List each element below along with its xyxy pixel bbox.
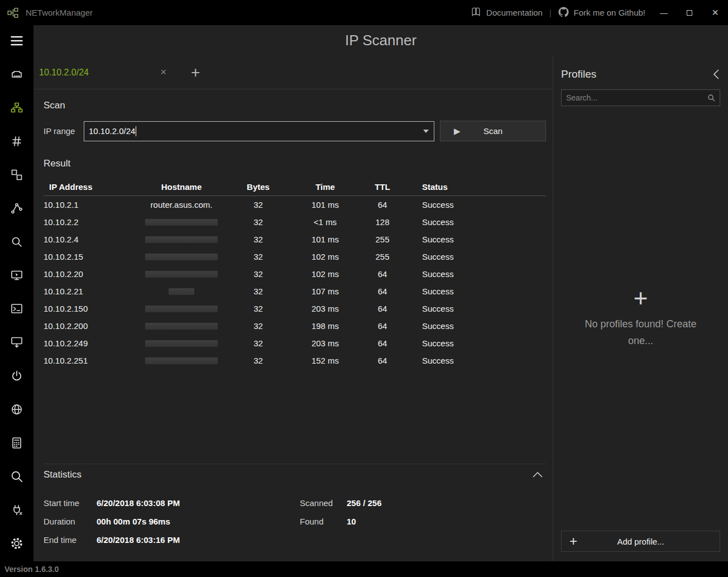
cell-hostname: router.asus.com. <box>134 200 229 209</box>
table-row[interactable]: 10.10.2.200 32 198 ms 64 Success <box>44 317 546 335</box>
redacted-hostname <box>145 254 218 260</box>
ip-range-value: 10.10.2.0/24 <box>89 126 135 136</box>
network-interface-icon <box>10 68 23 83</box>
sidebar-item-ping[interactable] <box>0 159 33 193</box>
documentation-label: Documentation <box>486 8 543 17</box>
column-header-status[interactable]: Status <box>402 182 546 192</box>
cell-hostname <box>134 306 229 312</box>
table-row[interactable]: 10.10.2.15 32 102 ms 255 Success <box>44 248 546 265</box>
plus-icon: + <box>561 286 720 311</box>
dropdown-arrow-icon[interactable] <box>423 130 429 133</box>
cell-status: Success <box>402 304 546 313</box>
scan-button[interactable]: ▶ Scan <box>440 121 546 141</box>
search-icon[interactable] <box>707 93 716 102</box>
table-row[interactable]: 10.10.2.20 32 102 ms 64 Success <box>44 265 546 283</box>
cell-ttl: 64 <box>363 304 402 313</box>
cell-status: Success <box>402 252 546 261</box>
cell-time: 101 ms <box>288 200 363 209</box>
profiles-title: Profiles <box>561 68 596 80</box>
redacted-hostname <box>145 271 218 278</box>
chevron-up-icon[interactable] <box>533 472 543 478</box>
column-header-ip[interactable]: IP Address <box>44 182 134 192</box>
titlebar-divider: | <box>549 8 552 17</box>
cell-time: 102 ms <box>288 269 363 279</box>
redacted-hostname <box>145 306 218 312</box>
scan-section-title: Scan <box>44 100 546 111</box>
chevron-left-icon[interactable] <box>712 68 720 80</box>
documentation-icon <box>471 7 481 19</box>
cell-status: Success <box>402 200 546 209</box>
cell-status: Success <box>402 356 546 365</box>
column-header-hostname[interactable]: Hostname <box>134 182 229 192</box>
profiles-empty-message: No profiles found! Create one... <box>571 316 711 349</box>
cell-status: Success <box>402 287 546 296</box>
cell-time: 107 ms <box>288 287 363 296</box>
cell-ip: 10.10.2.150 <box>44 304 134 313</box>
documentation-link[interactable]: Documentation <box>465 0 548 25</box>
sidebar-item-wake-on-lan[interactable] <box>0 360 33 394</box>
table-row[interactable]: 10.10.2.2 32 <1 ms 128 Success <box>44 213 546 231</box>
add-profile-label: Add profile... <box>617 537 664 546</box>
sidebar-item-ip-scanner[interactable] <box>0 92 33 126</box>
sidebar-item-snmp[interactable] <box>0 327 33 360</box>
cell-ip: 10.10.2.4 <box>44 235 134 244</box>
sidebar-item-remote-desktop[interactable] <box>0 260 33 293</box>
cell-bytes: 32 <box>229 217 288 227</box>
close-button[interactable]: × <box>702 0 728 25</box>
column-header-time[interactable]: Time <box>288 182 363 192</box>
dns-lookup-icon <box>10 235 23 251</box>
cell-bytes: 32 <box>229 200 288 209</box>
table-row[interactable]: 10.10.2.251 32 152 ms 64 Success <box>44 352 546 369</box>
table-row[interactable]: 10.10.2.4 32 101 ms 255 Success <box>44 231 546 248</box>
sidebar-item-port-scanner[interactable] <box>0 126 33 159</box>
column-header-ttl[interactable]: TTL <box>363 182 402 192</box>
tab-ip-range[interactable]: 10.10.2.0/24 × <box>33 56 173 89</box>
menu-button[interactable] <box>0 25 33 59</box>
cell-hostname <box>134 236 229 243</box>
table-row[interactable]: 10.10.2.150 32 203 ms 64 Success <box>44 300 546 317</box>
table-row[interactable]: 10.10.2.21 32 107 ms 64 Success <box>44 283 546 300</box>
cell-time: 152 ms <box>288 356 363 365</box>
sidebar-item-http-headers[interactable] <box>0 394 33 427</box>
cell-time: 198 ms <box>288 321 363 331</box>
sidebar-item-traceroute[interactable] <box>0 193 33 226</box>
minimize-icon: — <box>660 8 668 17</box>
stat-found: Found 10 <box>300 512 382 531</box>
sidebar-item-settings[interactable] <box>0 528 33 561</box>
ip-range-input[interactable]: 10.10.2.0/24 <box>84 121 434 141</box>
sidebar-item-network-interface[interactable] <box>0 59 33 92</box>
cell-hostname <box>134 340 229 347</box>
cell-time: 203 ms <box>288 304 363 313</box>
sidebar-item-dns-lookup[interactable] <box>0 226 33 260</box>
sidebar-item-connections[interactable] <box>0 494 33 528</box>
cell-bytes: 32 <box>229 287 288 296</box>
redacted-hostname <box>145 357 218 364</box>
sidebar-item-subnet-calculator[interactable] <box>0 427 33 461</box>
cell-ip: 10.10.2.2 <box>44 217 134 227</box>
tab-bar: 10.10.2.0/24 × + <box>33 56 553 89</box>
github-link[interactable]: Fork me on Github! <box>553 0 651 25</box>
column-header-bytes[interactable]: Bytes <box>229 182 288 192</box>
status-bar: Version 1.6.3.0 <box>0 561 728 577</box>
table-row[interactable]: 10.10.2.249 32 203 ms 64 Success <box>44 335 546 352</box>
profiles-search-input[interactable] <box>561 89 720 106</box>
add-profile-button[interactable]: + Add profile... <box>561 531 720 552</box>
add-tab-button[interactable]: + <box>185 65 205 80</box>
cell-ttl: 64 <box>363 287 402 296</box>
tab-close-icon[interactable]: × <box>154 65 173 79</box>
github-label: Fork me on Github! <box>574 8 645 17</box>
cell-bytes: 32 <box>229 304 288 313</box>
table-row[interactable]: 10.10.2.1 router.asus.com. 32 101 ms 64 … <box>44 196 546 213</box>
app-title: NETworkManager <box>26 8 93 17</box>
sidebar-item-lookup[interactable] <box>0 461 33 494</box>
app-window: NETworkManager Documentation | Fo <box>0 0 728 577</box>
sidebar-item-terminal[interactable] <box>0 293 33 327</box>
minimize-button[interactable]: — <box>651 0 677 25</box>
cell-ttl: 128 <box>363 217 402 227</box>
maximize-button[interactable] <box>677 0 702 25</box>
sidebar <box>0 25 33 561</box>
gear-icon <box>9 536 24 553</box>
redacted-hostname <box>145 219 218 226</box>
cell-bytes: 32 <box>229 235 288 244</box>
cell-time: 102 ms <box>288 252 363 261</box>
